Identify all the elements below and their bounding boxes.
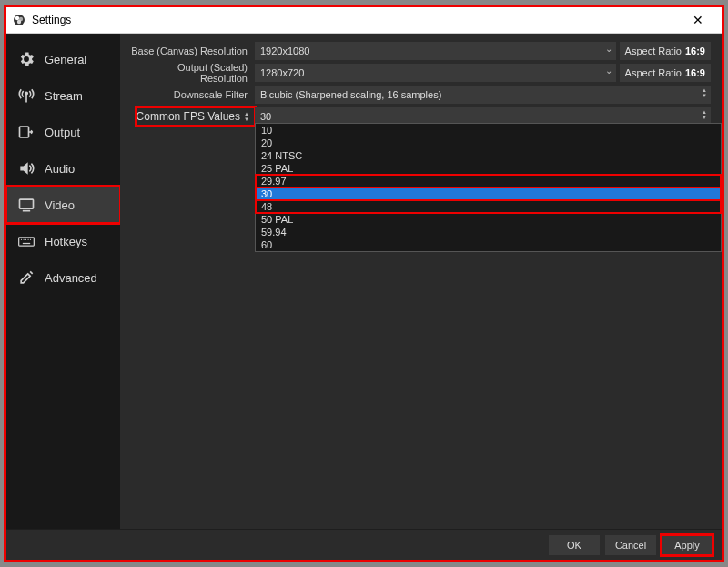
fps-option[interactable]: 48 <box>256 200 721 213</box>
sidebar-item-label: Video <box>45 198 75 212</box>
svg-rect-7 <box>20 199 34 208</box>
svg-rect-9 <box>19 238 35 246</box>
sidebar-item-label: General <box>45 53 86 66</box>
client-area: General Stream Output Audio Video <box>6 33 722 560</box>
combo-value: 30 <box>260 111 271 122</box>
sidebar-item-label: Stream <box>45 89 83 103</box>
row-downscale-filter: Downscale Filter Bicubic (Sharpened scal… <box>127 85 711 105</box>
svg-rect-6 <box>20 127 29 137</box>
apply-button[interactable]: Apply <box>662 535 713 555</box>
fps-option[interactable]: 20 <box>256 137 721 149</box>
spinner-icon: ▲▼ <box>702 109 707 120</box>
app-icon <box>12 13 26 27</box>
aspect-label: Aspect Ratio <box>625 46 682 56</box>
settings-panel: Base (Canvas) Resolution 1920x1080 ⌄ Asp… <box>120 34 722 529</box>
keyboard-icon <box>17 232 35 250</box>
svg-point-1 <box>15 16 19 20</box>
cancel-button[interactable]: Cancel <box>605 535 656 555</box>
combo-value: Bicubic (Sharpened scaling, 16 samples) <box>260 89 441 100</box>
sidebar-item-hotkeys[interactable]: Hotkeys <box>6 223 120 259</box>
combo-base-resolution[interactable]: 1920x1080 ⌄ <box>255 42 616 60</box>
label-fps: Common FPS Values <box>136 110 241 123</box>
fps-option[interactable]: 10 <box>256 124 721 137</box>
sidebar-item-video[interactable]: Video <box>6 187 120 223</box>
fps-option[interactable]: 50 PAL <box>256 213 721 226</box>
chevron-down-icon: ⌄ <box>605 44 612 54</box>
fps-type-selector[interactable]: Common FPS Values ▲▼ <box>136 107 255 126</box>
fps-option[interactable]: 29.97 <box>256 175 721 187</box>
antenna-icon <box>17 86 35 105</box>
footer: OK Cancel Apply <box>6 529 722 560</box>
aspect-ratio-base: Aspect Ratio 16:9 <box>620 42 711 60</box>
tools-icon <box>17 268 35 287</box>
svg-point-3 <box>17 20 21 24</box>
combo-output-resolution[interactable]: 1280x720 ⌄ <box>255 64 616 82</box>
row-base-resolution: Base (Canvas) Resolution 1920x1080 ⌄ Asp… <box>127 41 711 61</box>
aspect-value: 16:9 <box>685 46 705 56</box>
sidebar-item-label: Hotkeys <box>45 235 87 248</box>
output-icon <box>17 123 35 141</box>
ok-button[interactable]: OK <box>549 535 600 555</box>
sidebar-item-general[interactable]: General <box>6 41 120 77</box>
monitor-icon <box>17 196 35 214</box>
speaker-icon <box>17 159 35 177</box>
fps-option[interactable]: 59.94 <box>256 226 721 238</box>
sidebar-item-label: Output <box>45 126 80 139</box>
label-downscale-filter: Downscale Filter <box>127 89 255 100</box>
chevron-down-icon: ⌄ <box>605 66 612 76</box>
sidebar-item-output[interactable]: Output <box>6 114 120 150</box>
fps-option-selected[interactable]: 30 <box>256 187 721 200</box>
sidebar: General Stream Output Audio Video <box>6 34 120 529</box>
aspect-label: Aspect Ratio <box>625 67 682 78</box>
fps-dropdown[interactable]: 10 20 24 NTSC 25 PAL 29.97 30 48 50 PAL … <box>255 123 722 252</box>
titlebar: Settings ✕ <box>6 7 722 33</box>
combo-value: 1280x720 <box>260 67 304 78</box>
aspect-ratio-output: Aspect Ratio 16:9 <box>620 64 711 82</box>
label-base-resolution: Base (Canvas) Resolution <box>127 46 255 56</box>
sidebar-item-stream[interactable]: Stream <box>6 77 120 114</box>
window-title: Settings <box>32 14 71 26</box>
fps-option[interactable]: 24 NTSC <box>256 149 721 162</box>
sidebar-item-label: Advanced <box>45 271 97 285</box>
gear-icon <box>17 50 35 68</box>
fps-option[interactable]: 60 <box>256 238 721 251</box>
aspect-value: 16:9 <box>685 67 705 78</box>
label-output-resolution: Output (Scaled) Resolution <box>127 62 255 84</box>
spinner-icon: ▲▼ <box>702 87 707 98</box>
sidebar-item-audio[interactable]: Audio <box>6 150 120 187</box>
sidebar-item-label: Audio <box>45 162 75 176</box>
combo-downscale-filter[interactable]: Bicubic (Sharpened scaling, 16 samples) … <box>255 86 711 104</box>
sidebar-item-advanced[interactable]: Advanced <box>6 259 120 296</box>
combo-value: 1920x1080 <box>260 46 309 56</box>
fps-option[interactable]: 25 PAL <box>256 162 721 175</box>
close-icon[interactable]: ✕ <box>680 13 716 27</box>
row-output-resolution: Output (Scaled) Resolution 1280x720 ⌄ As… <box>127 63 711 83</box>
settings-window: Settings ✕ General Stream Output <box>4 5 724 562</box>
spinner-icon: ▲▼ <box>244 111 249 122</box>
